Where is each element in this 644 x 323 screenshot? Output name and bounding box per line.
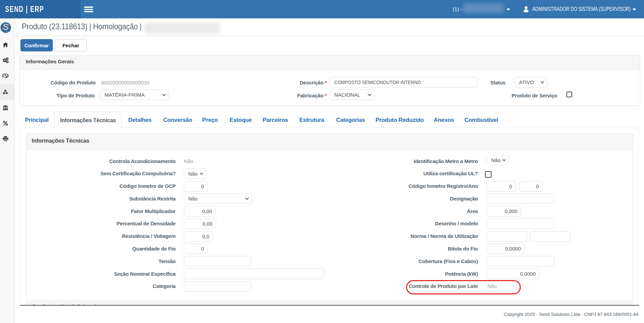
svg-text:erp: erp	[5, 30, 7, 32]
